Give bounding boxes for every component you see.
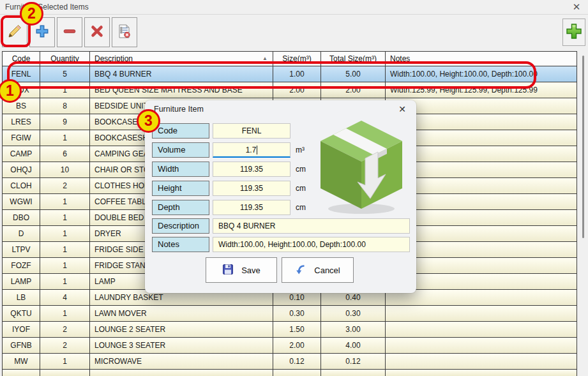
cell-quantity: 2 bbox=[40, 338, 90, 354]
width-input[interactable]: 119.35 bbox=[213, 162, 290, 177]
remove-button[interactable] bbox=[57, 17, 82, 47]
table-row[interactable]: IYOF2LOUNGE 2 SEATER1.503.00 bbox=[3, 322, 577, 338]
cell-notes bbox=[386, 354, 577, 370]
cell-notes bbox=[386, 338, 577, 354]
table-row[interactable]: FENL5BBQ 4 BURNER1.005.00Width:100.00, H… bbox=[3, 66, 577, 82]
cell-quantity: 1 bbox=[40, 242, 90, 258]
cell-code: D bbox=[3, 226, 40, 242]
cell-description: BBQ 4 BURNER bbox=[90, 66, 273, 82]
table-row[interactable]: MW1MICROWAVE0.120.12 bbox=[3, 354, 577, 370]
cell-quantity: 1 bbox=[40, 274, 90, 290]
cell-code: CLOH bbox=[3, 178, 40, 194]
cell-description: LOUNGE 3 SEATER bbox=[90, 338, 273, 354]
cell-code: QKTU bbox=[3, 306, 40, 322]
cell-code: LAMP bbox=[3, 274, 40, 290]
field-label-depth: Depth bbox=[152, 200, 209, 215]
field-label-code: Code bbox=[152, 123, 209, 139]
save-button-label: Save bbox=[241, 266, 260, 275]
green-plus-icon bbox=[565, 22, 583, 43]
cell-size: 2.00 bbox=[273, 338, 321, 354]
cell-code: IYOF bbox=[3, 322, 40, 338]
cell-code: DBO bbox=[3, 210, 40, 226]
cell-size: 0.12 bbox=[273, 354, 321, 370]
cell-quantity: 8 bbox=[40, 98, 90, 114]
field-label-width: Width bbox=[152, 162, 209, 177]
cell-size: 0.30 bbox=[273, 306, 321, 322]
cell-code: MW bbox=[3, 354, 40, 370]
furniture-item-dialog: Furniture Item ✕ CodeFENLVolume1.7m³Widt… bbox=[145, 100, 416, 293]
cell-code: FOZF bbox=[3, 258, 40, 274]
cell-quantity: 10 bbox=[40, 162, 90, 178]
cell-notes bbox=[386, 306, 577, 322]
column-header-quantity[interactable]: Quantity bbox=[40, 52, 90, 66]
dialog-close-icon[interactable]: ✕ bbox=[396, 103, 409, 116]
cell-total_size: 4.00 bbox=[321, 338, 386, 354]
column-header-size[interactable]: Size(m³) bbox=[273, 52, 321, 66]
cell-code: LRES bbox=[3, 114, 40, 130]
table-row[interactable]: QKTU1LAWN MOVER0.300.30 bbox=[3, 306, 577, 322]
cell-code: CAMP bbox=[3, 146, 40, 162]
table-row-partial bbox=[3, 370, 577, 376]
sort-ascending-icon: ▲ bbox=[262, 52, 268, 66]
delete-button[interactable] bbox=[84, 17, 110, 47]
height-input[interactable]: 119.35 bbox=[213, 181, 290, 196]
table-row[interactable]: BOX1BED QUEEN SIZE MATTRESS AND BASE2.00… bbox=[3, 82, 577, 98]
window-close-icon[interactable]: ✕ bbox=[570, 1, 583, 13]
unit-label: cm bbox=[296, 181, 306, 196]
cell-empty bbox=[386, 370, 577, 376]
depth-input[interactable]: 119.35 bbox=[213, 200, 290, 215]
description-input[interactable]: BBQ 4 BURNER bbox=[213, 218, 410, 234]
column-header-code[interactable]: Code bbox=[3, 52, 40, 66]
vertical-scrollbar[interactable] bbox=[577, 51, 588, 376]
cell-total_size: 3.00 bbox=[321, 322, 386, 338]
field-row-notes: NotesWidth:100.00, Height:100.00, Depth:… bbox=[145, 237, 416, 252]
unit-label: cm bbox=[296, 200, 306, 215]
cell-notes: Width:100.00, Height:100.00, Depth:100.0… bbox=[386, 66, 577, 82]
cell-quantity: 4 bbox=[40, 290, 90, 306]
field-label-height: Height bbox=[152, 181, 209, 196]
cell-code: OHQJ bbox=[3, 162, 40, 178]
cell-code: WGWI bbox=[3, 194, 40, 210]
cell-total_size: 2.00 bbox=[321, 82, 386, 98]
column-header-description[interactable]: Description▲ bbox=[90, 52, 273, 66]
cell-quantity: 1 bbox=[40, 354, 90, 370]
table-row[interactable]: GFNB2LOUNGE 3 SEATER2.004.00 bbox=[3, 338, 577, 354]
code-input[interactable]: FENL bbox=[213, 123, 290, 139]
cancel-button-label: Cancel bbox=[314, 266, 340, 275]
cell-description: LOUNGE 2 SEATER bbox=[90, 322, 273, 338]
cell-empty bbox=[321, 370, 386, 376]
field-label-notes: Notes bbox=[152, 237, 209, 252]
cell-empty bbox=[273, 370, 321, 376]
cell-total_size: 0.30 bbox=[321, 306, 386, 322]
cell-quantity: 5 bbox=[40, 66, 90, 82]
add-item-button[interactable] bbox=[562, 19, 585, 46]
notes-input[interactable]: Width:100.00, Height:100.00, Depth:100.0… bbox=[213, 237, 410, 252]
cell-quantity: 1 bbox=[40, 210, 90, 226]
cell-quantity: 1 bbox=[40, 306, 90, 322]
report-list-icon bbox=[116, 23, 133, 42]
cell-size: 1.00 bbox=[273, 66, 321, 82]
cell-quantity: 1 bbox=[40, 226, 90, 242]
column-header-notes[interactable]: Notes bbox=[386, 52, 577, 66]
report-button[interactable] bbox=[112, 17, 137, 47]
column-header-total_size[interactable]: Total Size(m³) bbox=[321, 52, 386, 66]
cell-empty bbox=[3, 370, 40, 376]
scrollbar-thumb[interactable] bbox=[582, 56, 584, 238]
cell-total_size: 0.12 bbox=[321, 354, 386, 370]
unit-label: cm bbox=[296, 162, 306, 177]
cell-quantity: 2 bbox=[40, 322, 90, 338]
cell-notes bbox=[386, 290, 577, 306]
cancel-button[interactable]: Cancel bbox=[282, 257, 354, 283]
field-row-description: DescriptionBBQ 4 BURNER bbox=[145, 218, 416, 234]
cell-quantity: 1 bbox=[40, 194, 90, 210]
cell-notes bbox=[386, 322, 577, 338]
cell-quantity: 2 bbox=[40, 178, 90, 194]
annotation-badge-2: 2 bbox=[20, 2, 43, 26]
field-label-description: Description bbox=[152, 218, 209, 234]
dialog-title: Furniture Item bbox=[154, 105, 204, 114]
save-button[interactable]: Save bbox=[206, 257, 277, 283]
field-label-volume: Volume bbox=[152, 142, 209, 158]
volume-input[interactable]: 1.7 bbox=[213, 142, 290, 158]
cell-quantity: 9 bbox=[40, 114, 90, 130]
text-caret bbox=[257, 146, 257, 154]
